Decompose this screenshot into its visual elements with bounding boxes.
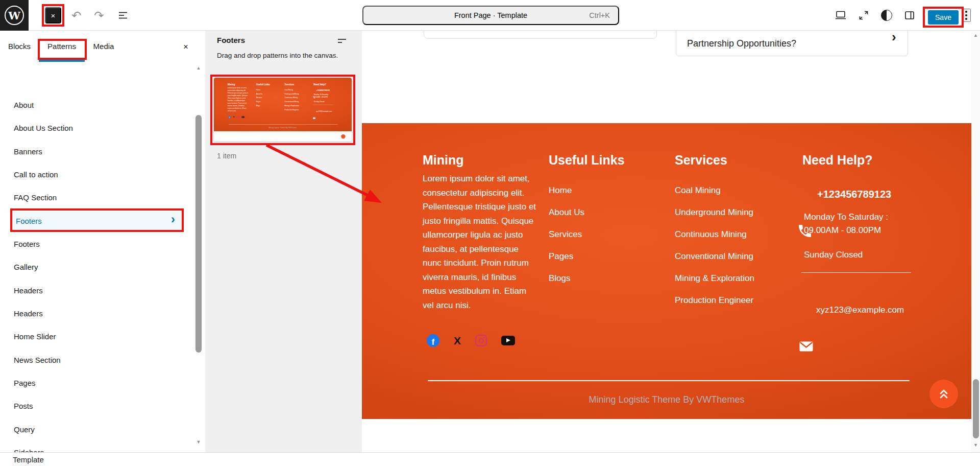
category-call-to-action[interactable]: Call to action: [14, 165, 181, 183]
footer-service-conventional: Conventional Mining: [285, 100, 314, 104]
category-posts[interactable]: Posts: [14, 397, 181, 415]
chevron-right-icon: ›: [171, 213, 175, 225]
category-faq-section[interactable]: FAQ Section: [14, 188, 181, 206]
category-footers-2[interactable]: Footers: [14, 235, 181, 253]
youtube-icon[interactable]: [501, 336, 515, 345]
close-editor-button[interactable]: ×: [45, 7, 61, 24]
category-gallery[interactable]: Gallery: [14, 258, 181, 276]
options-menu-button[interactable]: [962, 9, 971, 22]
footer-link-pages: Pages: [256, 100, 285, 104]
footer-link-pages[interactable]: Pages: [549, 245, 675, 267]
sidebar-scrollbar-thumb[interactable]: [195, 115, 202, 353]
instagram-icon[interactable]: [475, 335, 487, 346]
redo-icon: ↷: [94, 10, 104, 21]
editor-canvas: Partnership Opportunities? › Mining Lore…: [362, 31, 971, 452]
sidebar-scroll-down-icon[interactable]: ▼: [194, 439, 203, 445]
footer-service-exploration[interactable]: Mining & Exploration: [675, 267, 802, 289]
category-about-us-section[interactable]: About Us Section: [14, 119, 181, 137]
wordpress-logo[interactable]: W: [0, 0, 29, 31]
category-home-slider[interactable]: Home Slider: [14, 327, 181, 345]
inserter-sidebar: Blocks Patterns Media × About About Us S…: [0, 31, 205, 452]
footer-service-production[interactable]: Production Engineer: [675, 289, 802, 311]
pattern-thumbnail-footer: Mining Lorem ipsum dolor sit amet, conse…: [214, 78, 352, 131]
footer-about-heading: Mining: [423, 152, 549, 168]
footer-link-about-us[interactable]: About Us: [549, 201, 675, 223]
footer-credit: Mining Logistic Theme By VWThemes: [362, 394, 971, 405]
footer-service-underground: Underground Mining: [285, 92, 314, 96]
phone-icon: [312, 96, 315, 99]
fullscreen-button[interactable]: [855, 7, 872, 24]
footer-columns: Mining Lorem ipsum dolor sit amet, conse…: [423, 152, 915, 347]
category-headers-2[interactable]: Headers: [14, 304, 181, 322]
footer-link-blogs[interactable]: Blogs: [549, 267, 675, 289]
main-scrollbar[interactable]: ▲ ▼: [971, 31, 980, 452]
scrollbar-thumb[interactable]: [973, 379, 979, 438]
footer-services-column: Services Coal Mining Underground Mining …: [285, 83, 314, 118]
partnership-accordion-item[interactable]: Partnership Opportunities? ›: [676, 31, 908, 56]
footer-help-column: Need Help? +123456789123 Monday To Satur…: [802, 152, 915, 347]
facebook-icon: f: [228, 116, 231, 119]
x-twitter-icon[interactable]: X: [454, 334, 461, 347]
footer-service-underground[interactable]: Underground Mining: [675, 201, 802, 223]
patterns-panel-hint: Drag and drop patterns into the canvas.: [217, 52, 338, 59]
save-button[interactable]: Save: [928, 10, 959, 25]
footer-services-heading: Services: [675, 152, 802, 168]
sidebar-scroll-up-icon[interactable]: ▲: [194, 65, 203, 71]
footer-links-column: Useful Links Home About Us Services Page…: [549, 152, 675, 347]
footer-hours-line2: 09.00AM - 08.00PM: [314, 96, 339, 99]
tab-media[interactable]: Media: [90, 31, 117, 61]
breadcrumb[interactable]: Template: [13, 455, 44, 464]
footer-phone-number[interactable]: +123456789123: [817, 188, 915, 200]
undo-button[interactable]: ↶: [68, 7, 85, 24]
category-about[interactable]: About: [14, 96, 181, 114]
close-inserter-button[interactable]: ×: [180, 41, 192, 53]
facebook-icon[interactable]: f: [427, 334, 439, 347]
footer-links-heading: Useful Links: [256, 83, 285, 85]
filter-button[interactable]: [335, 34, 349, 48]
patterns-panel-title: Footers: [217, 36, 245, 44]
category-query[interactable]: Query: [14, 420, 181, 438]
footer-sunday-closed: Sunday Closed: [804, 248, 915, 262]
footer-phone-number: +123456789123: [316, 89, 339, 91]
footer-help-heading: Need Help?: [802, 152, 915, 168]
contrast-icon: [881, 10, 892, 21]
category-headers[interactable]: Headers: [14, 281, 181, 299]
view-devices-button[interactable]: [832, 7, 849, 24]
footer-service-coal[interactable]: Coal Mining: [675, 179, 802, 201]
footer-about-column: Mining Lorem ipsum dolor sit amet, conse…: [228, 83, 256, 118]
footer-divider: [428, 380, 910, 381]
instagram-icon: [237, 116, 239, 118]
category-pages[interactable]: Pages: [14, 374, 181, 392]
youtube-icon: [242, 116, 244, 118]
faq-item-partial[interactable]: [424, 31, 657, 39]
footer-columns: Mining Lorem ipsum dolor sit amet, conse…: [228, 83, 339, 118]
footer-service-conventional[interactable]: Conventional Mining: [675, 245, 802, 267]
status-bar: Template: [0, 452, 980, 466]
footer-service-continuous[interactable]: Continuous Mining: [675, 223, 802, 245]
footer-help-heading: Need Help?: [313, 83, 339, 85]
category-news-section[interactable]: News Section: [14, 351, 181, 369]
footer-link-services[interactable]: Services: [549, 223, 675, 245]
styles-button[interactable]: [878, 7, 895, 24]
document-title: Front Page · Template: [454, 11, 527, 19]
document-overview-button[interactable]: [115, 7, 131, 24]
scroll-to-top-button[interactable]: [929, 380, 958, 408]
scrollbar-up-icon[interactable]: ▲: [971, 33, 980, 38]
tab-patterns[interactable]: Patterns: [43, 31, 81, 61]
footer-about-column: Mining Lorem ipsum dolor sit amet, conse…: [423, 152, 549, 347]
footer-link-services: Services: [256, 96, 285, 100]
scrollbar-down-icon[interactable]: ▼: [971, 442, 980, 448]
footer-link-home[interactable]: Home: [549, 179, 675, 201]
envelope-icon: [313, 117, 315, 119]
wordpress-w-icon: W: [5, 6, 24, 25]
footer-email[interactable]: xyz123@example.com: [816, 305, 904, 315]
pattern-thumbnail[interactable]: Mining Lorem ipsum dolor sit amet, conse…: [214, 78, 352, 142]
category-footers-selected[interactable]: Footers ›: [12, 212, 181, 230]
command-shortcut: Ctrl+K: [589, 11, 610, 19]
document-title-command-bar[interactable]: Front Page · Template Ctrl+K: [362, 6, 619, 25]
site-footer: Mining Lorem ipsum dolor sit amet, conse…: [362, 123, 971, 419]
settings-sidebar-button[interactable]: [901, 7, 918, 24]
category-banners[interactable]: Banners: [14, 142, 181, 160]
redo-button[interactable]: ↷: [91, 7, 107, 24]
tab-blocks[interactable]: Blocks: [5, 31, 34, 61]
